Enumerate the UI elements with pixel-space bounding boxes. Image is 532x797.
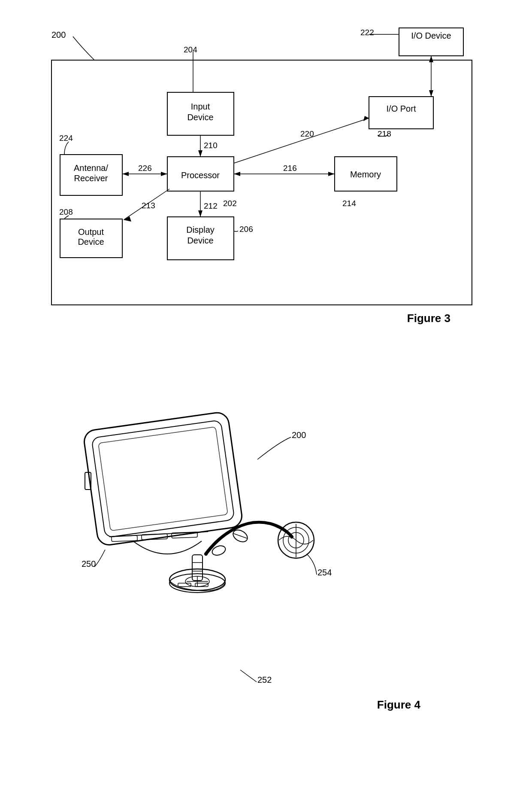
svg-marker-34 [122, 172, 129, 176]
svg-line-51 [234, 118, 369, 163]
svg-rect-29 [60, 155, 122, 195]
svg-text:213: 213 [142, 201, 155, 210]
svg-text:220: 220 [300, 129, 314, 138]
svg-rect-19 [167, 157, 234, 191]
svg-text:208: 208 [59, 207, 73, 216]
svg-text:204: 204 [184, 45, 197, 54]
svg-rect-22 [335, 157, 397, 191]
ref-200: 200 [51, 30, 66, 40]
svg-marker-26 [234, 172, 240, 176]
svg-text:212: 212 [204, 201, 218, 210]
svg-text:Receiver: Receiver [74, 173, 108, 183]
svg-rect-3 [399, 28, 463, 56]
figure4-diagram: 254 250 200 252 Figure 4 [26, 374, 498, 747]
svg-rect-56 [91, 420, 235, 538]
svg-marker-42 [124, 216, 131, 222]
svg-text:Device: Device [187, 113, 213, 122]
svg-text:252: 252 [257, 675, 272, 684]
svg-text:254: 254 [317, 568, 332, 577]
svg-text:224: 224 [59, 134, 73, 143]
svg-rect-12 [167, 92, 234, 135]
svg-text:214: 214 [342, 199, 356, 208]
svg-text:200: 200 [292, 430, 306, 440]
svg-text:Processor: Processor [181, 170, 220, 180]
svg-text:Antenna/: Antenna/ [74, 163, 109, 173]
svg-text:210: 210 [204, 141, 218, 150]
svg-text:Figure 3: Figure 3 [407, 312, 450, 325]
svg-text:Output: Output [78, 227, 104, 237]
svg-text:222: 222 [360, 28, 374, 37]
svg-marker-1 [191, 92, 195, 99]
svg-rect-37 [60, 219, 122, 258]
svg-text:202: 202 [223, 199, 237, 208]
svg-text:Memory: Memory [350, 170, 381, 179]
svg-marker-35 [161, 172, 167, 176]
svg-text:Figure 4: Figure 4 [377, 698, 421, 711]
svg-text:I/O Port: I/O Port [387, 104, 416, 113]
svg-text:Display: Display [186, 225, 215, 234]
svg-marker-7 [429, 56, 433, 62]
svg-text:Device: Device [78, 237, 104, 246]
svg-rect-2 [51, 60, 472, 305]
svg-text:226: 226 [138, 164, 152, 173]
svg-text:250: 250 [82, 559, 96, 569]
svg-text:216: 216 [283, 164, 297, 173]
svg-marker-52 [363, 116, 369, 121]
device-illustration: 254 250 200 252 Figure 4 [47, 382, 433, 717]
svg-text:Device: Device [187, 236, 213, 245]
svg-text:206: 206 [239, 225, 253, 234]
svg-line-41 [124, 189, 169, 220]
svg-rect-57 [98, 427, 228, 531]
svg-marker-17 [198, 150, 203, 157]
svg-marker-8 [429, 90, 433, 97]
svg-rect-9 [369, 97, 433, 129]
svg-marker-27 [328, 172, 335, 176]
svg-text:Input: Input [191, 102, 210, 111]
svg-rect-55 [83, 411, 243, 547]
svg-text:I/O Device: I/O Device [411, 31, 451, 40]
svg-rect-44 [167, 217, 234, 260]
svg-text:218: 218 [378, 129, 391, 138]
figure3-diagram: 200 I/O Device 222 I/O Port 218 Input De… [26, 26, 498, 318]
svg-marker-49 [198, 210, 203, 217]
svg-line-68 [233, 533, 248, 538]
